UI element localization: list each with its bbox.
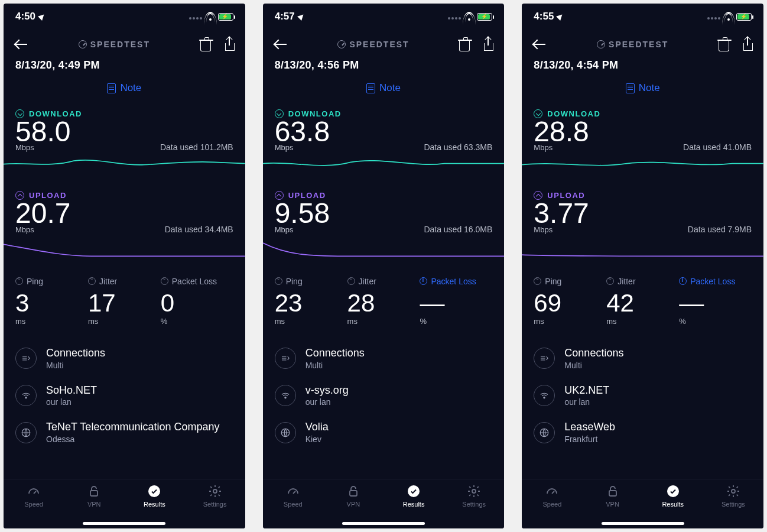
server-location: Frankfurt: [564, 434, 615, 444]
upload-sparkline: [4, 236, 245, 266]
share-button[interactable]: [483, 38, 493, 50]
server-row[interactable]: VoliaKiev: [275, 414, 493, 451]
upload-sparkline: [522, 236, 763, 266]
ping-value: 23: [275, 290, 347, 317]
note-button[interactable]: Note: [366, 82, 401, 94]
upload-data-used: Data used 16.0MB: [424, 225, 492, 234]
phone-screen: 4:50 SPEEDTEST 8/13/20, 4:49 PM Note DOW…: [4, 4, 245, 528]
tab-vpn[interactable]: VPN: [583, 484, 643, 508]
connections-mode: Multi: [46, 361, 105, 370]
jitter-value: 42: [606, 290, 679, 317]
signal-dots-icon: [188, 11, 203, 22]
share-button[interactable]: [742, 38, 753, 50]
jitter-stat: Jitter17ms: [88, 277, 161, 326]
tab-speed[interactable]: Speed: [522, 484, 582, 508]
jitter-value: 17: [88, 290, 161, 317]
network-sub: our lan: [306, 397, 349, 407]
svg-point-13: [667, 485, 679, 497]
network-name: SoHo.NET: [46, 384, 97, 397]
tab-bar: Speed VPN Results Settings: [263, 479, 505, 528]
server-row[interactable]: TeNeT Telecommunication CompanyOdessa: [15, 414, 233, 451]
tab-settings[interactable]: Settings: [444, 484, 504, 508]
packet-loss-value: 0: [161, 290, 233, 317]
back-button[interactable]: [274, 37, 288, 51]
gauge-icon: [79, 40, 87, 48]
battery-icon: [477, 13, 492, 21]
tab-vpn[interactable]: VPN: [323, 484, 384, 508]
connections-icon: [15, 348, 37, 369]
location-icon: [556, 12, 564, 21]
download-value: 58.0: [15, 117, 70, 147]
connections-row[interactable]: ConnectionsMulti: [15, 340, 233, 377]
download-value: 28.8: [534, 117, 589, 147]
download-sparkline: [263, 154, 505, 184]
network-row[interactable]: UK2.NETour lan: [534, 377, 752, 414]
delete-button[interactable]: [200, 40, 211, 51]
connections-row[interactable]: ConnectionsMulti: [275, 340, 493, 377]
signal-dots-icon: [707, 11, 721, 22]
packet-loss-value: —: [420, 290, 492, 317]
download-data-used: Data used 63.3MB: [424, 142, 492, 152]
status-time: 4:50: [15, 11, 35, 22]
note-button[interactable]: Note: [626, 82, 660, 94]
ping-value: 69: [534, 290, 606, 317]
result-timestamp: 8/13/20, 4:49 PM: [4, 59, 245, 72]
tab-speed[interactable]: Speed: [4, 484, 64, 508]
delete-button[interactable]: [459, 40, 470, 51]
result-timestamp: 8/13/20, 4:56 PM: [263, 59, 505, 72]
server-name: LeaseWeb: [564, 421, 615, 433]
connections-mode: Multi: [306, 361, 365, 370]
network-name: v-sys.org: [306, 384, 349, 397]
home-indicator[interactable]: [602, 522, 684, 525]
note-button[interactable]: Note: [107, 82, 141, 94]
download-value: 63.8: [275, 117, 330, 147]
jitter-stat: Jitter28ms: [347, 277, 420, 326]
lock-icon: [606, 484, 620, 498]
gauge-icon: [337, 40, 346, 48]
lock-icon: [346, 484, 360, 498]
tab-vpn[interactable]: VPN: [64, 484, 124, 508]
svg-point-0: [25, 397, 27, 398]
share-button[interactable]: [224, 38, 235, 50]
home-indicator[interactable]: [342, 522, 425, 525]
nav-bar: SPEEDTEST: [522, 30, 763, 59]
back-button[interactable]: [532, 37, 547, 51]
lock-icon: [87, 484, 101, 498]
svg-point-3: [148, 485, 160, 497]
check-icon: [666, 484, 680, 498]
connections-icon: [534, 348, 555, 369]
delete-button[interactable]: [719, 40, 729, 51]
server-name: Volia: [306, 421, 329, 433]
connections-row[interactable]: ConnectionsMulti: [534, 340, 752, 377]
tab-settings[interactable]: Settings: [184, 484, 245, 508]
svg-point-14: [732, 489, 735, 493]
network-row[interactable]: v-sys.orgour lan: [275, 377, 493, 414]
tab-results[interactable]: Results: [643, 484, 703, 508]
status-bar: 4:57: [263, 4, 505, 30]
packet-loss-stat: Packet Loss—%: [679, 277, 752, 326]
tab-results[interactable]: Results: [124, 484, 184, 508]
server-row[interactable]: LeaseWebFrankfurt: [534, 414, 752, 451]
wifi-icon: [205, 12, 216, 21]
svg-point-10: [544, 397, 545, 398]
globe-icon: [275, 422, 296, 443]
home-indicator[interactable]: [83, 522, 165, 525]
back-button[interactable]: [14, 37, 28, 51]
tab-settings[interactable]: Settings: [703, 484, 763, 508]
server-location: Kiev: [306, 434, 329, 444]
location-icon: [38, 12, 46, 21]
jitter-value: 28: [347, 290, 420, 317]
note-icon: [366, 83, 375, 93]
tab-bar: Speed VPN Results Settings: [522, 479, 763, 528]
tab-speed[interactable]: Speed: [263, 484, 323, 508]
ping-stat: Ping23ms: [275, 277, 347, 326]
phone-screen: 4:57 SPEEDTEST 8/13/20, 4:56 PM Note DOW…: [263, 4, 505, 528]
tab-results[interactable]: Results: [384, 484, 444, 508]
svg-rect-7: [350, 491, 357, 496]
gear-icon: [208, 484, 222, 498]
result-timestamp: 8/13/20, 4:54 PM: [522, 59, 763, 72]
svg-point-5: [285, 397, 286, 398]
svg-rect-2: [90, 491, 98, 496]
network-row[interactable]: SoHo.NETour lan: [15, 377, 233, 414]
ping-stat: Ping69ms: [534, 277, 606, 326]
